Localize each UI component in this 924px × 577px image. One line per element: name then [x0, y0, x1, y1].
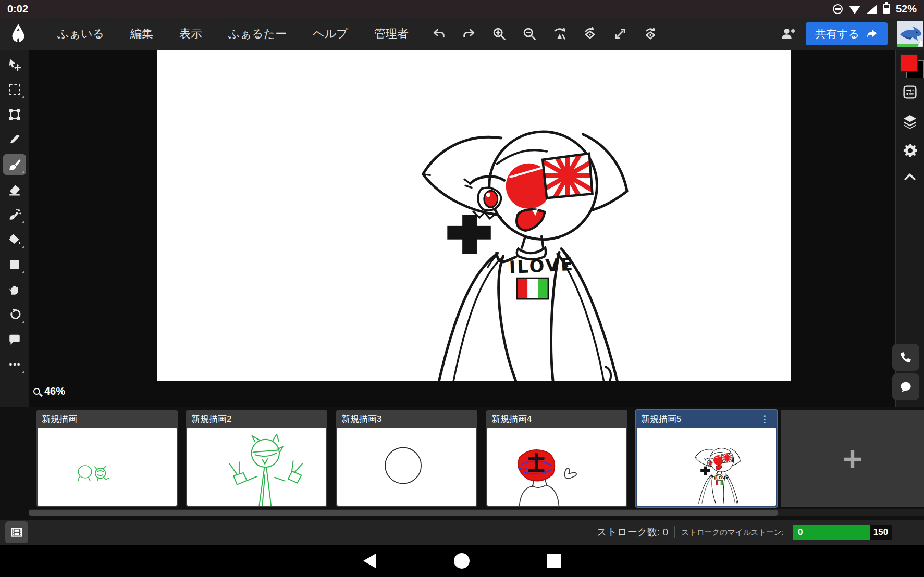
- milestone-label: ストロークのマイルストーン:: [681, 528, 783, 537]
- brush-settings-icon[interactable]: [901, 83, 919, 101]
- marquee-select-tool[interactable]: [3, 79, 26, 100]
- canvas-card-4[interactable]: 新規描画4: [486, 410, 627, 507]
- canvas-card-title: 新規描画: [42, 413, 77, 425]
- share-arrow-icon: [866, 28, 878, 40]
- canvas-card-title: 新規描画4: [491, 413, 532, 425]
- android-nav-bar: [0, 545, 924, 577]
- zoom-in-icon[interactable]: [491, 26, 508, 42]
- transform-tool[interactable]: [3, 104, 26, 125]
- share-button[interactable]: 共有する: [806, 22, 888, 45]
- clock: 0:02: [7, 3, 28, 15]
- layers-icon[interactable]: [901, 112, 919, 130]
- thumbnail-drawing-5: ILOVE: [637, 428, 776, 506]
- canvas-card-title: 新規描画2: [191, 413, 231, 425]
- footer-divider: [674, 526, 675, 538]
- pen-tool[interactable]: [3, 129, 26, 150]
- status-footer: ストローク数: 0 ストロークのマイルストーン: 0 150: [0, 520, 924, 545]
- nav-back-button[interactable]: [363, 554, 376, 568]
- flip-icon[interactable]: [551, 26, 568, 42]
- menu-edit[interactable]: 編集: [130, 26, 153, 42]
- canvas-card-5-selected[interactable]: 新規描画5 ⋮: [636, 410, 777, 507]
- color-swatches[interactable]: [900, 54, 924, 78]
- tool-palette: [0, 50, 29, 407]
- canvas-film-strip: 新規描画 新規描画2: [0, 407, 924, 520]
- menu-file[interactable]: ふぁいる: [57, 26, 104, 42]
- thumbnail-drawing-4: [487, 428, 626, 506]
- do-not-disturb-icon: [833, 4, 843, 14]
- cross-shape: [447, 215, 490, 254]
- menu-admin[interactable]: 管理者: [374, 26, 409, 42]
- battery-percent: 52%: [896, 3, 917, 15]
- zoom-indicator[interactable]: 46%: [33, 385, 65, 397]
- menu-list: ふぁいる 編集 表示 ふぁるたー ヘルプ 管理者: [57, 26, 409, 42]
- settings-gear-icon[interactable]: [901, 142, 919, 159]
- user-avatar[interactable]: [897, 21, 923, 47]
- canvas-action-bar: [430, 26, 659, 42]
- menu-filter[interactable]: ふぁるたー: [228, 26, 287, 42]
- shirt-text: ILOVE: [509, 254, 575, 278]
- zoom-level: 46%: [44, 385, 65, 397]
- android-status-bar: 0:02 52%: [0, 0, 924, 18]
- thumbnail-drawing-1: [38, 428, 177, 506]
- nav-recents-button[interactable]: [547, 554, 561, 568]
- canvas-card-1[interactable]: 新規描画: [36, 410, 178, 507]
- shape-tool[interactable]: [3, 254, 26, 275]
- magnifier-icon: [33, 388, 40, 395]
- zoom-out-icon[interactable]: [521, 26, 538, 42]
- milestone-meter: 0 150: [793, 525, 892, 540]
- stroke-count: ストローク数: 0: [597, 525, 668, 539]
- canvas-card-3[interactable]: 新規描画3: [336, 410, 477, 507]
- milestone-max-value: 150: [870, 525, 892, 540]
- eraser-tool[interactable]: [3, 179, 26, 200]
- main-drawing-svg: ILOVE: [157, 50, 791, 381]
- right-panel: [895, 50, 924, 407]
- undo-icon[interactable]: [430, 26, 447, 42]
- thumbnail-drawing-3: [337, 428, 476, 506]
- rotate-canvas-icon[interactable]: [582, 26, 598, 42]
- brush-tool[interactable]: [3, 154, 26, 175]
- battery-icon: [883, 4, 890, 14]
- voice-call-button[interactable]: [892, 344, 919, 371]
- svg-text:ILOVE: ILOVE: [714, 475, 729, 480]
- cell-signal-icon: [867, 5, 877, 14]
- menu-bar: ふぁいる 編集 表示 ふぁるたー ヘルプ 管理者: [0, 18, 924, 50]
- share-button-label: 共有する: [815, 27, 859, 41]
- foreground-color-swatch[interactable]: [900, 54, 918, 72]
- data-saver-icon: [849, 6, 860, 14]
- airbrush-tool[interactable]: [3, 204, 26, 225]
- timeline-button[interactable]: [5, 521, 28, 543]
- reset-rotation-icon[interactable]: [642, 26, 659, 42]
- scrollbar-handle[interactable]: [29, 510, 778, 516]
- chat-tool[interactable]: [3, 329, 26, 350]
- chat-button[interactable]: [892, 373, 919, 400]
- nav-home-button[interactable]: [454, 553, 470, 569]
- more-tools[interactable]: [3, 354, 26, 375]
- app-logo-icon[interactable]: [9, 23, 27, 44]
- canvas-card-title: 新規描画3: [341, 413, 381, 425]
- plus-icon: +: [842, 439, 863, 479]
- film-strip-scrollbar[interactable]: [29, 509, 924, 516]
- redo-icon[interactable]: [461, 26, 477, 42]
- collapse-panel-icon[interactable]: [901, 168, 919, 185]
- move-tool[interactable]: [3, 54, 26, 75]
- canvas-card-title: 新規描画5: [641, 413, 681, 425]
- invite-user-icon[interactable]: [780, 26, 796, 42]
- hand-tool[interactable]: [3, 279, 26, 300]
- menu-help[interactable]: ヘルプ: [313, 26, 348, 42]
- milestone-current-value: 0: [793, 525, 870, 540]
- drawing-canvas[interactable]: ILOVE: [157, 50, 791, 381]
- fill-bucket-tool[interactable]: [3, 229, 26, 250]
- italy-flag-shape: [517, 278, 548, 299]
- thumbnail-drawing-2: [187, 428, 326, 506]
- menu-view[interactable]: 表示: [179, 26, 202, 42]
- add-canvas-button[interactable]: +: [781, 410, 924, 507]
- fit-screen-icon[interactable]: [612, 26, 629, 42]
- canvas-card-2[interactable]: 新規描画2: [186, 410, 327, 507]
- card-menu-kebab-icon[interactable]: ⋮: [758, 414, 772, 424]
- undo-history-tool[interactable]: [3, 304, 26, 325]
